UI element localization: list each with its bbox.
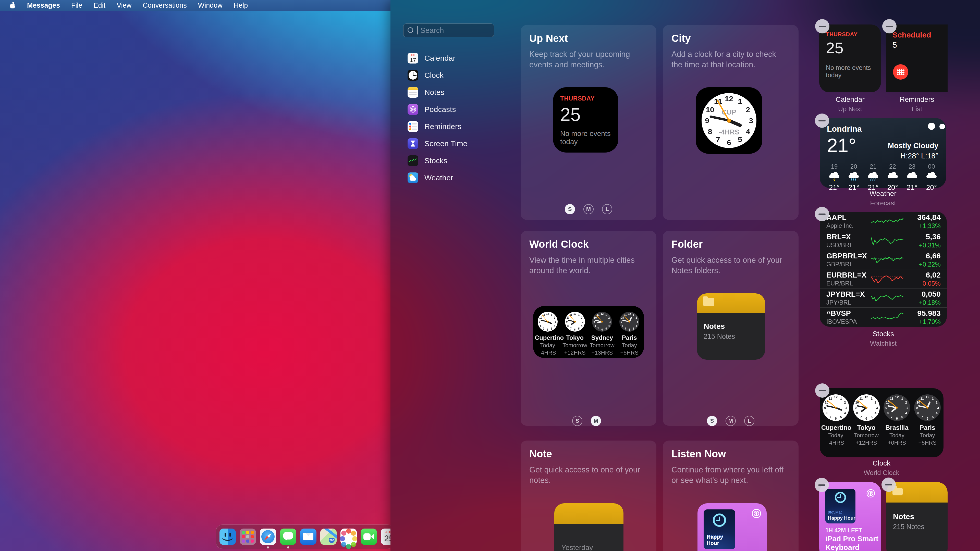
dock-finder-icon[interactable] (220, 529, 236, 545)
clock-number: 3 (749, 116, 753, 125)
clock-number: 2 (936, 400, 938, 404)
weather-widget[interactable]: Londrina 21° Mostly Cloudy H:28° L:18° 1… (820, 118, 946, 188)
remove-widget-button[interactable] (882, 19, 897, 33)
clock-number: 4 (905, 411, 907, 415)
weather-city: Londrina (827, 124, 939, 134)
app-list-item-weather[interactable]: Weather (403, 169, 500, 186)
podcasts-widget[interactable]: 9to5Mac Happy Hour 1H 42M LEFT iPad Pro … (819, 482, 881, 551)
size-large-button[interactable]: L (744, 416, 754, 426)
clock-number: 1 (932, 397, 934, 400)
app-list-item-calendar[interactable]: JUL 17 Calendar (403, 49, 500, 67)
clock-pivot (727, 119, 731, 123)
utc-offset: +0HRS (882, 440, 912, 446)
stocks-app-icon (407, 156, 418, 166)
stock-row[interactable]: ^BVSPIBOVESPA 95.983+1,70% (820, 307, 947, 327)
app-list-item-stocks[interactable]: Stocks (403, 152, 500, 169)
podcast-show-name: 9to5Mac (828, 510, 843, 514)
notes-widget-header (697, 293, 765, 313)
dock-messages-icon[interactable] (280, 529, 296, 545)
app-list-item-screen-time[interactable]: Screen Time (403, 135, 500, 152)
search-input[interactable]: Search (403, 24, 494, 37)
app-list-item-notes[interactable]: Notes (403, 84, 500, 101)
reminders-app-icon (407, 121, 418, 132)
clock-number: 9 (566, 321, 568, 323)
world-clock-widget-preview[interactable]: 121234567891011 Cupertino Today -4HRS 12… (533, 306, 644, 358)
world-clock-widget[interactable]: 121234567891011 Cupertino Today -4HRS 12… (820, 388, 943, 457)
dock-launchpad-icon[interactable] (240, 529, 256, 545)
world-clock-city: 121234567891011 Paris Today +5HRS (617, 312, 642, 358)
clock-number: 10 (706, 105, 714, 114)
menu-conversations[interactable]: Conversations (143, 2, 187, 10)
remove-widget-button[interactable] (881, 478, 896, 492)
size-large-button[interactable]: L (602, 204, 612, 214)
stock-name: IBOVESPA (826, 318, 869, 325)
clock-number: 2 (746, 105, 750, 114)
stock-row[interactable]: BRL=XUSD/BRL 5,36+0,31% (820, 231, 947, 250)
notes-widget[interactable]: Notes 215 Notes (886, 482, 948, 551)
calendar-widget[interactable]: THURSDAY 25 No more events today (819, 24, 881, 92)
dock-safari-icon[interactable] (260, 529, 276, 545)
menu-file[interactable]: File (71, 2, 83, 10)
clock-app-icon (407, 70, 418, 81)
dock-calendar-icon[interactable]: JUL 25 (381, 529, 390, 545)
city-name: Tokyo (562, 334, 588, 341)
sparkline-chart (871, 254, 904, 265)
size-small-button[interactable]: S (707, 416, 717, 426)
menu-edit[interactable]: Edit (94, 2, 106, 10)
remove-widget-button[interactable] (815, 383, 829, 398)
size-medium-button[interactable]: M (591, 416, 601, 426)
card-title: Listen Now (671, 448, 726, 460)
reminders-widget[interactable]: Scheduled 5 (886, 24, 948, 92)
stock-row[interactable]: GBPBRL=XGBP/BRL 6,66+0,22% (820, 250, 947, 269)
menu-view[interactable]: View (117, 2, 131, 10)
clock-pivot (896, 407, 898, 409)
time-remaining-label: 1H 42M LEFT (825, 527, 862, 534)
app-list-item-clock[interactable]: Clock (403, 67, 500, 84)
listen-now-widget-preview[interactable]: 9to5Mac Happy Hour 1H 42M LEFT (697, 503, 767, 551)
clock-number: 2 (581, 316, 583, 319)
utc-offset: +5HRS (913, 440, 942, 446)
size-medium-button[interactable]: M (584, 204, 593, 214)
remove-widget-button[interactable] (815, 19, 829, 33)
forecast-hour: 00 20° (923, 163, 940, 192)
analog-clock: 121234567891011 (914, 394, 941, 421)
size-medium-button[interactable]: M (725, 416, 736, 426)
note-widget-preview[interactable]: Yesterday (554, 503, 624, 551)
apple-menu-icon[interactable] (9, 2, 16, 9)
reminder-list-name: Scheduled (892, 30, 942, 39)
podcast-artwork: 9to5Mac Happy Hour (703, 510, 735, 549)
stock-row[interactable]: EURBRL=XEUR/BRL 6,02-0,05% (820, 269, 947, 288)
up-next-widget-preview[interactable]: THURSDAY 25 No more events today (553, 87, 618, 152)
dock-photos-icon[interactable] (340, 529, 357, 545)
analog-clock: 121234567891011 (619, 312, 639, 332)
search-icon (407, 27, 414, 33)
remove-widget-button[interactable] (815, 478, 829, 492)
remove-widget-button[interactable] (815, 207, 829, 221)
app-list-item-reminders[interactable]: Reminders (403, 118, 500, 135)
clock-number: 7 (921, 415, 923, 419)
card-description: Get quick access to one of your notes. (529, 465, 647, 486)
clock-number: 2 (635, 316, 637, 319)
app-list-item-podcasts[interactable]: Podcasts (403, 101, 500, 118)
menu-help[interactable]: Help (234, 2, 248, 10)
size-small-button[interactable]: S (572, 416, 582, 426)
size-small-button[interactable]: S (565, 204, 575, 214)
dock-mail-icon[interactable] (300, 529, 317, 545)
world-clock-city: 121234567891011 Sydney Tomorrow +13HRS (589, 312, 615, 358)
clock-pivot (865, 407, 867, 409)
stocks-widget[interactable]: AAPLApple Inc. 364,84+1,33% BRL=XUSD/BRL… (820, 212, 947, 327)
card-description: Continue from where you left off or see … (671, 465, 789, 486)
dock-maps-icon[interactable]: 280 (320, 529, 337, 545)
remove-widget-button[interactable] (815, 114, 829, 128)
notes-folder-widget-preview[interactable]: Notes 215 Notes (697, 293, 765, 360)
city-clock-widget-preview[interactable]: CUP -4HRS 121234567891011 (696, 87, 762, 154)
stock-row[interactable]: JPYBRL=XJPY/BRL 0,050+0,18% (820, 288, 947, 307)
stock-row[interactable]: AAPLApple Inc. 364,84+1,33% (820, 212, 947, 231)
menu-app-name[interactable]: Messages (27, 2, 60, 10)
menu-window[interactable]: Window (198, 2, 223, 10)
dock-facetime-icon[interactable] (361, 529, 377, 545)
gallery-card-up-next: Up Next Keep track of your upcoming even… (520, 25, 656, 220)
clock-number: 9 (824, 406, 826, 410)
search-placeholder: Search (421, 26, 444, 35)
stock-name: GBP/BRL (826, 261, 869, 268)
